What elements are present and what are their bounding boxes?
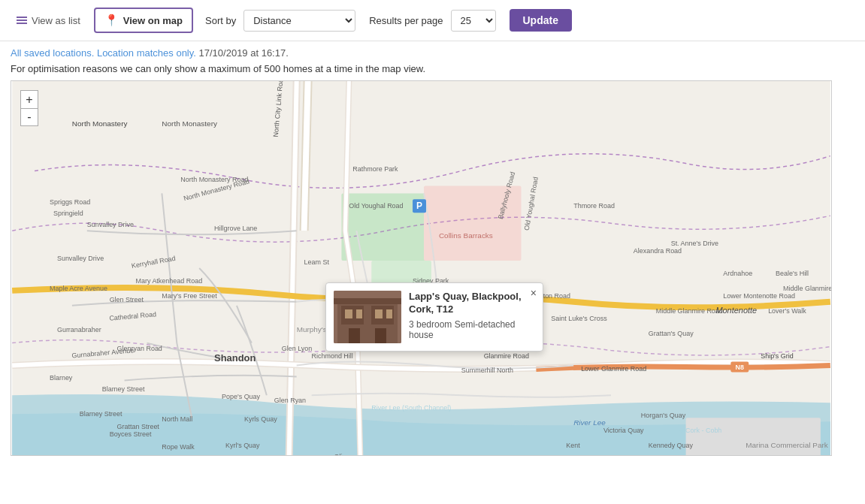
- svg-text:St. Anne's Drive: St. Anne's Drive: [671, 240, 718, 247]
- svg-text:le Cork - Cobh: le Cork - Cobh: [679, 427, 722, 434]
- svg-text:Lower Montenotte Road: Lower Montenotte Road: [723, 292, 795, 300]
- popup-details: Lapp's Quay, Blackpool, Cork, T12 3 bedr…: [409, 291, 535, 340]
- svg-text:Middle Glanmire Road: Middle Glanmire Road: [656, 307, 723, 315]
- svg-text:Blarney Street: Blarney Street: [80, 410, 122, 418]
- view-map-label: View on map: [123, 15, 183, 26]
- popup-property-type: 3 bedroom Semi-detached house: [409, 319, 535, 340]
- svg-text:Horgan's Quay: Horgan's Quay: [641, 412, 686, 419]
- svg-text:Summerhill North: Summerhill North: [461, 367, 513, 374]
- svg-text:Rathmore Park: Rathmore Park: [352, 165, 398, 173]
- svg-text:Saint Luke's Cross: Saint Luke's Cross: [551, 315, 607, 322]
- svg-text:Grattan Street: Grattan Street: [117, 423, 160, 430]
- svg-text:Rope Walk: Rope Walk: [162, 443, 195, 451]
- timestamp: 17/10/2019 at 16:17.: [199, 47, 289, 59]
- popup-address: Lapp's Quay, Blackpool, Cork, T12: [409, 291, 535, 316]
- svg-text:Glen Street: Glen Street: [110, 296, 144, 303]
- per-page-select[interactable]: 10 25 50 100: [451, 10, 496, 32]
- zoom-controls: + -: [20, 90, 38, 126]
- svg-text:P: P: [416, 201, 422, 211]
- svg-text:Sunvalley Drive: Sunvalley Drive: [57, 255, 104, 262]
- optimise-note: For optimisation reasons we can only sho…: [0, 62, 865, 80]
- svg-rect-5: [686, 418, 821, 455]
- view-as-list-button[interactable]: View as list: [11, 11, 86, 31]
- svg-text:Springield: Springield: [53, 210, 83, 217]
- svg-text:Mary Atkenhead Road: Mary Atkenhead Road: [136, 277, 203, 285]
- svg-text:Mary's Free Street: Mary's Free Street: [162, 292, 217, 300]
- view-list-label: View as list: [32, 15, 80, 26]
- svg-text:North Monastery: North Monastery: [162, 119, 217, 128]
- svg-text:Richmond Hill: Richmond Hill: [312, 352, 353, 360]
- map-pin-icon: 📍: [104, 14, 119, 27]
- svg-text:Boyces Street: Boyces Street: [110, 430, 152, 438]
- svg-rect-113: [345, 309, 352, 318]
- svg-text:Alexandra Road: Alexandra Road: [634, 247, 682, 255]
- svg-text:Blarney Street: Blarney Street: [102, 385, 145, 393]
- svg-rect-116: [386, 309, 392, 318]
- svg-text:Beale's Hill: Beale's Hill: [776, 270, 809, 277]
- svg-text:North Monastery: North Monastery: [72, 119, 128, 128]
- svg-text:North Mall: North Mall: [162, 415, 192, 423]
- svg-text:Lover's Walk: Lover's Walk: [768, 307, 806, 315]
- svg-text:Old Youghal Road: Old Youghal Road: [349, 202, 403, 210]
- svg-text:North Monastery Road: North Monastery Road: [180, 176, 248, 183]
- sort-select[interactable]: Distance Price (Low to High) Price (High…: [243, 10, 355, 32]
- svg-text:River Lee (South Channel): River Lee (South Channel): [371, 404, 451, 412]
- svg-text:Pope's Quay: Pope's Quay: [222, 393, 261, 400]
- svg-text:Kyrls Quay: Kyrls Quay: [244, 415, 277, 423]
- update-button[interactable]: Update: [510, 9, 572, 32]
- svg-text:Middle Glanmire: Middle Glanmire: [783, 285, 831, 292]
- location-matches-link[interactable]: Location matches only.: [97, 47, 196, 59]
- info-bar: All saved locations. Location matches on…: [0, 41, 865, 62]
- svg-text:Leam St: Leam St: [304, 258, 330, 266]
- svg-text:Glen Lyon: Glen Lyon: [282, 345, 313, 352]
- svg-text:Victoria Quay: Victoria Quay: [603, 427, 644, 434]
- zoom-in-button[interactable]: +: [20, 90, 38, 108]
- svg-text:Sunvalley Drive: Sunvalley Drive: [87, 221, 134, 228]
- svg-text:Kent: Kent: [566, 442, 580, 449]
- svg-rect-118: [375, 328, 386, 343]
- zoom-out-button[interactable]: -: [20, 108, 38, 126]
- svg-text:Ship's Grid: Ship's Grid: [761, 352, 794, 360]
- svg-text:Blarney: Blarney: [50, 374, 73, 382]
- svg-text:Spriggs Road: Spriggs Road: [50, 198, 90, 206]
- svg-text:Collins Barracks: Collins Barracks: [439, 231, 493, 240]
- svg-text:Glanmire Road: Glanmire Road: [484, 352, 529, 360]
- svg-text:Marina Commercial Park: Marina Commercial Park: [746, 441, 828, 449]
- list-icon: [17, 17, 27, 24]
- svg-rect-117: [349, 328, 360, 343]
- svg-text:Ardnahoe: Ardnahoe: [723, 270, 752, 277]
- property-image: [334, 291, 401, 343]
- svg-text:Maple Acre Avenue: Maple Acre Avenue: [50, 285, 107, 292]
- svg-text:Glen Ryan: Glen Ryan: [274, 397, 306, 404]
- svg-text:Glenryan Road: Glenryan Road: [117, 345, 162, 352]
- svg-text:Thmore Road: Thmore Road: [573, 202, 615, 210]
- svg-text:River Lee: River Lee: [573, 418, 606, 427]
- results-per-page-label: Results per page: [369, 15, 443, 26]
- popup-close-button[interactable]: ×: [531, 288, 537, 298]
- svg-text:Hillgrove Lane: Hillgrove Lane: [214, 225, 257, 232]
- svg-text:Kyrl's Quay: Kyrl's Quay: [225, 442, 260, 449]
- svg-text:Oliver: Oliver: [334, 453, 351, 455]
- svg-rect-114: [356, 309, 362, 318]
- location-links: All saved locations. Location matches on…: [11, 47, 199, 59]
- svg-text:Shandon: Shandon: [214, 353, 256, 364]
- map-background: N8 R847 R848 N27 R610: [11, 81, 831, 455]
- svg-text:Lower Glanmire Road: Lower Glanmire Road: [581, 365, 646, 373]
- view-on-map-button[interactable]: 📍 View on map: [94, 8, 193, 33]
- svg-rect-119: [334, 298, 401, 304]
- svg-text:Gurranabraher: Gurranabraher: [57, 326, 101, 333]
- svg-text:N8: N8: [736, 364, 744, 371]
- toolbar: View as list 📍 View on map Sort by Dista…: [0, 0, 865, 41]
- map-container[interactable]: N8 R847 R848 N27 R610: [11, 80, 832, 456]
- sort-by-label: Sort by: [205, 15, 236, 26]
- property-popup: × Lapp's Quay, Blackpool, Cork, T12 3 be…: [325, 282, 543, 352]
- saved-locations-link[interactable]: All saved locations.: [11, 47, 94, 59]
- svg-rect-115: [375, 309, 383, 318]
- svg-text:Kennedy Quay: Kennedy Quay: [649, 442, 694, 449]
- svg-text:Grattan's Quay: Grattan's Quay: [649, 330, 694, 337]
